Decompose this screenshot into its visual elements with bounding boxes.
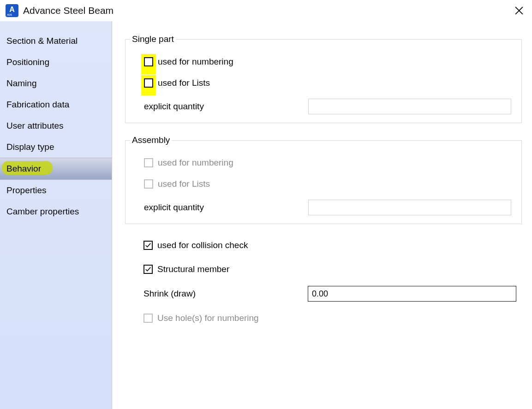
- titlebar: A ADS Advance Steel Beam: [0, 0, 532, 21]
- sidebar-item-label: Naming: [6, 78, 36, 88]
- close-icon: [515, 6, 523, 15]
- app-icon-letter: A: [9, 6, 15, 13]
- assembly-lists-checkbox: [144, 179, 153, 189]
- assembly-numbering-label: used for numbering: [158, 158, 233, 168]
- sidebar-item-naming[interactable]: Naming: [0, 73, 112, 94]
- shrink-draw-label: Shrink (draw): [143, 289, 308, 299]
- single-part-lists-checkbox[interactable]: [144, 78, 153, 88]
- sidebar-item-camber-properties[interactable]: Camber properties: [0, 201, 112, 222]
- assembly-lists-label: used for Lists: [158, 179, 210, 189]
- group-single-part: Single part used for numbering used for …: [125, 34, 522, 123]
- assembly-numbering-wrap: used for numbering: [144, 158, 233, 168]
- dialog-window: A ADS Advance Steel Beam Section & Mater…: [0, 0, 532, 409]
- use-holes-label: Use hole(s) for numbering: [157, 313, 259, 323]
- structural-member-label: Structural member: [157, 264, 229, 274]
- sidebar-item-label: Display type: [6, 142, 54, 152]
- assembly-lists-wrap: used for Lists: [144, 179, 210, 189]
- sidebar-item-behavior[interactable]: Behavior: [0, 158, 112, 180]
- sidebar-item-label: Fabrication data: [6, 100, 69, 109]
- single-part-explicit-qty-input[interactable]: [308, 99, 511, 114]
- assembly-explicit-qty-label: explicit quantity: [144, 202, 308, 213]
- collision-check-wrap: used for collision check: [143, 240, 248, 250]
- use-holes-wrap: Use hole(s) for numbering: [143, 313, 259, 323]
- sidebar-item-label: Camber properties: [6, 207, 79, 216]
- sidebar-item-display-type[interactable]: Display type: [0, 136, 112, 158]
- single-part-numbering-checkbox[interactable]: [144, 57, 153, 66]
- shrink-draw-input[interactable]: [308, 286, 516, 302]
- sidebar-item-section-material[interactable]: Section & Material: [0, 30, 112, 52]
- structural-member-checkbox[interactable]: [143, 265, 153, 274]
- group-single-part-legend: Single part: [130, 34, 176, 44]
- single-part-lists-label: used for Lists: [158, 78, 210, 88]
- single-part-numbering-wrap: used for numbering: [144, 57, 233, 67]
- assembly-explicit-qty-input[interactable]: [308, 200, 511, 215]
- sidebar-item-positioning[interactable]: Positioning: [0, 52, 112, 73]
- assembly-numbering-checkbox: [144, 158, 153, 167]
- sidebar-item-label: User attributes: [6, 121, 64, 130]
- single-part-lists-wrap: used for Lists: [144, 78, 210, 88]
- window-title: Advance Steel Beam: [23, 5, 114, 16]
- sidebar-item-fabrication-data[interactable]: Fabrication data: [0, 94, 112, 115]
- group-assembly: Assembly used for numbering used for Lis…: [125, 135, 522, 224]
- app-icon: A ADS: [6, 4, 18, 17]
- sidebar: Section & MaterialPositioningNamingFabri…: [0, 21, 112, 409]
- single-part-explicit-qty-label: explicit quantity: [144, 101, 308, 112]
- collision-check-checkbox[interactable]: [143, 241, 153, 250]
- post-group: used for collision check Structural memb…: [125, 236, 522, 327]
- sidebar-item-label: Behavior: [6, 164, 41, 173]
- group-assembly-legend: Assembly: [130, 135, 172, 145]
- app-icon-sub: ADS: [7, 13, 12, 16]
- dialog-body: Section & MaterialPositioningNamingFabri…: [0, 21, 532, 409]
- content-panel: Single part used for numbering used for …: [112, 21, 532, 409]
- sidebar-item-label: Positioning: [6, 57, 49, 67]
- sidebar-item-label: Properties: [6, 185, 47, 195]
- close-button[interactable]: [510, 1, 528, 20]
- sidebar-item-user-attributes[interactable]: User attributes: [0, 115, 112, 136]
- single-part-numbering-label: used for numbering: [158, 57, 233, 67]
- structural-member-wrap: Structural member: [143, 264, 229, 274]
- use-holes-checkbox: [143, 314, 153, 323]
- sidebar-item-label: Section & Material: [6, 36, 78, 46]
- sidebar-item-properties[interactable]: Properties: [0, 180, 112, 201]
- collision-check-label: used for collision check: [157, 240, 248, 250]
